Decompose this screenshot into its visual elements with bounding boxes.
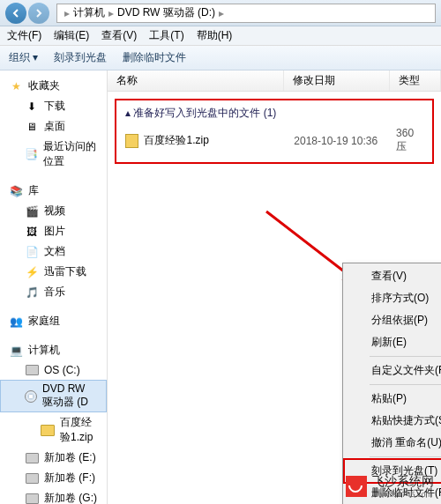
cd-icon xyxy=(25,390,37,403)
menu-view[interactable]: 查看(V) xyxy=(101,28,137,43)
music-icon: 🎵 xyxy=(25,285,39,300)
disk-icon xyxy=(26,365,39,375)
file-row[interactable]: 百度经验1.zip 2018-10-19 10:36 360压 xyxy=(116,124,432,157)
context-menu: 查看(V)▶ 排序方式(O)▶ 分组依据(P)▶ 刷新(E) 自定义文件夹(F)… xyxy=(342,263,441,504)
tool-organize[interactable]: 组织 ▾ xyxy=(9,50,38,65)
watermark: 飞沙系统网 www.fs0745.com xyxy=(346,474,434,499)
ctx-sort[interactable]: 排序方式(O)▶ xyxy=(345,287,441,309)
disk-icon xyxy=(26,473,39,484)
picture-icon: 🖼 xyxy=(25,225,39,239)
sidebar-item-pictures[interactable]: 🖼图片 xyxy=(0,221,107,241)
homegroup-icon: 👥 xyxy=(9,315,23,329)
sidebar-item-disk-g[interactable]: 新加卷 (G:) xyxy=(0,488,107,504)
sidebar: ★收藏夹 ⬇下载 🖥桌面 📑最近访问的位置 📚库 🎬视频 🖼图片 📄文档 ⚡迅雷… xyxy=(0,70,108,504)
ctx-undo[interactable]: 撤消 重命名(U)Ctrl+Z xyxy=(345,432,441,454)
file-date: 2018-10-19 10:36 xyxy=(294,135,396,147)
nav-back-button[interactable] xyxy=(5,3,26,24)
video-icon: 🎬 xyxy=(25,204,39,219)
file-group-pending-burn: ▴ 准备好写入到光盘中的文件 (1) 百度经验1.zip 2018-10-19 … xyxy=(115,99,434,164)
col-name[interactable]: 名称 xyxy=(108,70,284,91)
ctx-refresh[interactable]: 刷新(E) xyxy=(345,331,441,353)
ctx-view[interactable]: 查看(V)▶ xyxy=(345,265,441,287)
computer-icon: 💻 xyxy=(9,344,23,358)
chevron-right-icon: ▸ xyxy=(105,7,117,19)
column-header: 名称 修改日期 类型 xyxy=(108,70,441,92)
sidebar-item-downloads[interactable]: ⬇下载 xyxy=(0,96,107,116)
chevron-right-icon: ▸ xyxy=(215,7,228,19)
sidebar-computer[interactable]: 💻计算机 xyxy=(0,340,107,360)
separator xyxy=(370,384,441,385)
breadcrumb-item[interactable]: DVD RW 驱动器 (D:) xyxy=(117,5,215,20)
download-icon: ⬇ xyxy=(25,100,39,114)
col-date[interactable]: 修改日期 xyxy=(284,70,390,91)
watermark-logo-icon xyxy=(346,476,367,497)
watermark-url: www.fs0745.com xyxy=(372,490,434,499)
disk-icon xyxy=(26,453,39,463)
col-type[interactable]: 类型 xyxy=(390,70,441,91)
sidebar-item-videos[interactable]: 🎬视频 xyxy=(0,201,107,221)
sidebar-item-thunder[interactable]: ⚡迅雷下载 xyxy=(0,262,107,282)
sidebar-item-os-c[interactable]: OS (C:) xyxy=(0,360,107,380)
thunder-icon: ⚡ xyxy=(25,265,39,279)
menu-edit[interactable]: 编辑(E) xyxy=(54,28,89,43)
sidebar-item-desktop[interactable]: 🖥桌面 xyxy=(0,116,107,137)
recent-icon: 📑 xyxy=(25,147,38,161)
star-icon: ★ xyxy=(9,79,23,93)
breadcrumb[interactable]: ▸ 计算机 ▸ DVD RW 驱动器 (D:) ▸ xyxy=(56,4,436,23)
sidebar-item-music[interactable]: 🎵音乐 xyxy=(0,282,107,302)
menu-file[interactable]: 文件(F) xyxy=(7,28,41,43)
sidebar-favorites[interactable]: ★收藏夹 xyxy=(0,76,107,96)
menu-help[interactable]: 帮助(H) xyxy=(197,28,233,43)
group-header[interactable]: ▴ 准备好写入到光盘中的文件 (1) xyxy=(116,100,432,124)
ctx-paste-shortcut[interactable]: 粘贴快捷方式(S) xyxy=(345,410,441,432)
tool-delete-temp[interactable]: 删除临时文件 xyxy=(123,50,186,65)
document-icon: 📄 xyxy=(25,245,39,259)
file-type: 360压 xyxy=(396,127,423,154)
library-icon: 📚 xyxy=(9,184,23,198)
file-name: 百度经验1.zip xyxy=(144,133,294,148)
chevron-right-icon: ▸ xyxy=(61,7,73,19)
content-area: ★收藏夹 ⬇下载 🖥桌面 📑最近访问的位置 📚库 🎬视频 🖼图片 📄文档 ⚡迅雷… xyxy=(0,70,441,504)
toolbar: 组织 ▾ 刻录到光盘 删除临时文件 xyxy=(0,46,441,70)
ctx-customize[interactable]: 自定义文件夹(F)... xyxy=(345,359,441,382)
disk-icon xyxy=(26,493,39,504)
sidebar-homegroup[interactable]: 👥家庭组 xyxy=(0,311,107,331)
desktop-icon: 🖥 xyxy=(25,120,39,134)
sidebar-item-recent[interactable]: 📑最近访问的位置 xyxy=(0,137,107,172)
main-panel: 名称 修改日期 类型 ▴ 准备好写入到光盘中的文件 (1) 百度经验1.zip … xyxy=(108,70,441,504)
sidebar-item-disk-f[interactable]: 新加卷 (F:) xyxy=(0,468,107,488)
separator xyxy=(370,356,441,357)
menubar: 文件(F) 编辑(E) 查看(V) 工具(T) 帮助(H) xyxy=(0,26,441,46)
titlebar: ▸ 计算机 ▸ DVD RW 驱动器 (D:) ▸ xyxy=(0,0,441,26)
zip-file-icon xyxy=(125,134,139,148)
separator xyxy=(370,456,441,457)
zip-icon xyxy=(41,425,55,436)
sidebar-libraries[interactable]: 📚库 xyxy=(0,181,107,201)
sidebar-item-dvd-d[interactable]: DVD RW 驱动器 (D xyxy=(0,380,107,412)
sidebar-item-documents[interactable]: 📄文档 xyxy=(0,241,107,262)
nav-forward-button[interactable] xyxy=(28,3,49,24)
breadcrumb-item[interactable]: 计算机 xyxy=(73,5,105,20)
tool-burn[interactable]: 刻录到光盘 xyxy=(54,50,107,65)
ctx-paste[interactable]: 粘贴(P) xyxy=(345,388,441,410)
menu-tools[interactable]: 工具(T) xyxy=(149,28,183,43)
watermark-text: 飞沙系统网 xyxy=(372,474,434,490)
sidebar-item-zip[interactable]: 百度经验1.zip xyxy=(0,412,107,448)
ctx-group[interactable]: 分组依据(P)▶ xyxy=(345,309,441,331)
sidebar-item-disk-e[interactable]: 新加卷 (E:) xyxy=(0,448,107,468)
